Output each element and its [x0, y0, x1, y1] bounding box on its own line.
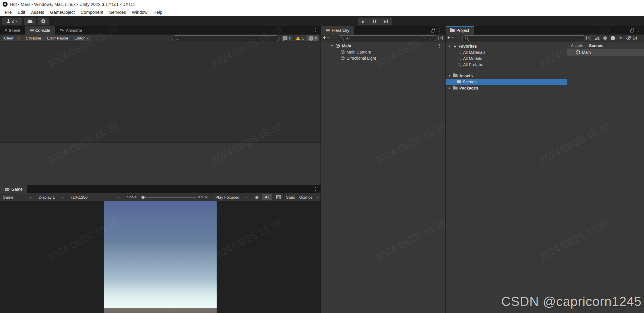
gizmos-dropdown[interactable]: Gizmos ▼ — [297, 193, 321, 201]
menu-help[interactable]: Help — [150, 8, 165, 16]
breadcrumb-scenes[interactable]: Scenes — [589, 43, 603, 48]
unity-editor-window: Hot - Main - Windows, Mac, Linux - Unity… — [0, 0, 644, 313]
tab-animator[interactable]: Animator — [55, 26, 87, 35]
mute-audio-button[interactable] — [262, 194, 272, 200]
breadcrumb-assets[interactable]: Assets — [571, 43, 583, 48]
assets-folder-row[interactable]: ▼ Assets — [446, 73, 567, 79]
animator-icon — [60, 29, 64, 32]
file-row-main-scene[interactable]: Main — [567, 49, 644, 56]
resolution-dropdown[interactable]: 720x1280 ▼ — [67, 193, 122, 201]
hierarchy-search-placeholder: All — [346, 36, 350, 40]
scale-slider-track[interactable] — [145, 197, 196, 198]
stats-toggle[interactable]: Stats — [283, 193, 297, 201]
scale-slider-knob[interactable] — [141, 196, 145, 199]
divider — [15, 36, 16, 40]
picker-window-icon[interactable]: ◥ — [586, 36, 590, 40]
plus-icon: + — [447, 35, 450, 40]
hidden-packages-toggle[interactable]: 14 — [626, 36, 637, 40]
collapse-button[interactable]: Collapse — [23, 35, 44, 41]
hierarchy-add-button[interactable]: + ▼ — [323, 35, 329, 40]
cloud-icon — [28, 21, 32, 23]
error-count-toggle[interactable]: ! 0 — [306, 35, 319, 41]
menu-edit[interactable]: Edit — [15, 8, 28, 16]
favorites-row[interactable]: ▼ ★ Favorites — [446, 43, 567, 49]
favorites-all-prefabs[interactable]: All Prefabs — [446, 61, 567, 68]
scenes-folder-row[interactable]: Scenes — [446, 79, 567, 85]
tab-hierarchy[interactable]: Hierarchy — [321, 26, 354, 35]
scene-row-menu-icon[interactable]: ⋮ — [437, 44, 441, 49]
menu-assets[interactable]: Assets — [28, 8, 47, 16]
hierarchy-item-directional-light[interactable]: Directional Light — [321, 55, 445, 61]
focus-mode-dropdown[interactable]: Play Focused ▼ — [212, 193, 251, 201]
console-toolbar: Clear ▼ Collapse Error Pause Editor ▼ ! … — [0, 35, 321, 42]
hierarchy-search-input[interactable]: All — [338, 35, 436, 41]
pause-button[interactable] — [369, 18, 381, 25]
hierarchy-item-main-camera[interactable]: Main Camera — [321, 49, 445, 55]
tab-scene[interactable]: # Scene — [0, 26, 25, 35]
menu-window[interactable]: Window — [129, 8, 150, 16]
favorites-all-models[interactable]: All Models — [446, 55, 567, 61]
menu-gameobject[interactable]: GameObject — [47, 8, 78, 16]
project-menu-icon[interactable]: ⋮ — [637, 28, 641, 33]
tab-project[interactable]: Project — [446, 26, 474, 35]
bug-icon — [255, 195, 259, 200]
main-toolbar: Z ▼ ▶ — [0, 16, 644, 26]
menu-file[interactable]: File — [2, 8, 15, 16]
project-add-button[interactable]: + ▼ — [447, 35, 453, 40]
console-search-input[interactable] — [172, 35, 279, 41]
tab-project-label: Project — [456, 28, 469, 33]
display-dropdown[interactable]: Display 1 ▼ — [35, 193, 67, 201]
debug-button[interactable] — [252, 194, 261, 200]
favorites-all-materials[interactable]: All Materials — [446, 49, 567, 55]
folder-icon — [453, 87, 458, 90]
project-tree-pane: ▼ ★ Favorites All Materials All Models A… — [446, 42, 567, 313]
play-button[interactable]: ▶ — [358, 18, 369, 25]
packages-folder-row[interactable]: ▶ Packages — [446, 85, 567, 91]
editor-dropdown[interactable]: Editor ▼ — [72, 35, 91, 41]
picker-window-icon[interactable]: ◥ — [439, 36, 443, 40]
game-panel-menu-icon[interactable]: ⋮ — [313, 187, 318, 192]
chevron-collapsed-icon[interactable]: ▶ — [448, 87, 451, 90]
import-log-icon[interactable]: ! — [611, 36, 615, 40]
vsync-button[interactable] — [274, 194, 283, 200]
hidden-packages-count: 14 — [633, 36, 637, 40]
project-search-input[interactable] — [463, 35, 585, 41]
console-panel-menu-icon[interactable]: ⋮ — [313, 28, 318, 33]
version-control-button[interactable] — [37, 18, 49, 25]
clear-button[interactable]: Clear ▼ — [1, 35, 22, 41]
chevron-expanded-icon[interactable]: ▼ — [448, 45, 451, 48]
scale-label: Scale — [127, 195, 137, 199]
gameobject-cube-icon — [340, 50, 345, 54]
console-message-list[interactable] — [0, 42, 321, 142]
account-avatar-icon — [6, 19, 10, 23]
warning-count-toggle[interactable]: 1 — [294, 35, 306, 41]
game-mode-dropdown[interactable]: Game ▼ — [0, 193, 35, 201]
pause-icon — [373, 20, 376, 23]
info-count-toggle[interactable]: ! 0 — [281, 35, 294, 41]
save-search-star-icon[interactable]: ★ — [619, 36, 623, 40]
game-viewport[interactable] — [0, 201, 321, 313]
tab-game-label: Game — [11, 187, 23, 192]
menu-services[interactable]: Services — [106, 8, 129, 16]
error-pause-button[interactable]: Error Pause — [44, 35, 71, 41]
hierarchy-menu-icon[interactable]: ⋮ — [438, 28, 442, 33]
chevron-expanded-icon[interactable]: ▼ — [448, 74, 451, 77]
step-button[interactable] — [381, 18, 392, 25]
menu-component[interactable]: Component — [78, 8, 106, 16]
lock-icon[interactable] — [630, 30, 633, 32]
cloud-services-button[interactable] — [24, 18, 36, 25]
favorites-label: Favorites — [459, 44, 477, 49]
tab-game[interactable]: Game — [0, 185, 27, 193]
tab-console[interactable]: Console — [25, 26, 55, 35]
chevron-expanded-icon[interactable]: ▼ — [330, 44, 334, 47]
console-detail-pane[interactable] — [0, 142, 321, 185]
tab-animator-label: Animator — [66, 28, 82, 33]
search-by-label-icon[interactable] — [603, 36, 607, 40]
account-button[interactable]: Z ▼ — [2, 18, 22, 25]
lock-icon[interactable] — [431, 30, 434, 32]
chevron-down-icon: ▼ — [29, 196, 31, 198]
hierarchy-scene-row[interactable]: ▼ Main ⋮ — [321, 43, 445, 49]
game-panel-tabbar: Game ⋮ — [0, 185, 321, 193]
plus-icon: + — [323, 35, 326, 40]
hierarchy-tabbar: Hierarchy ⋮ — [321, 26, 445, 35]
